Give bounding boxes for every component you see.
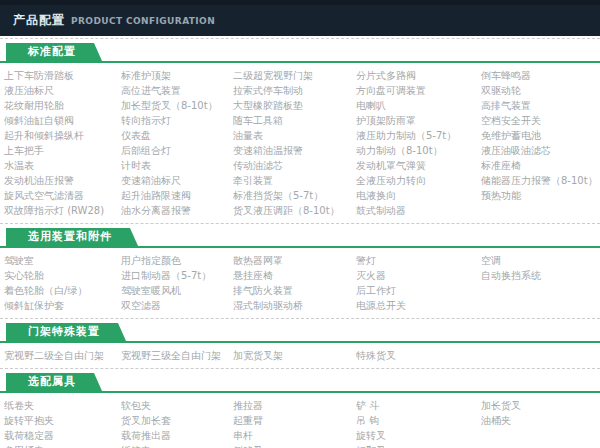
config-item: 湿式制动驱动桥 xyxy=(233,298,356,313)
page-title-zh: 产品配置 xyxy=(13,12,65,29)
section-tabbar-attachments: 选配属具 xyxy=(0,373,600,393)
config-item: 油桶夹 xyxy=(481,413,600,428)
config-item: 灭火器 xyxy=(356,268,481,283)
config-item: 变速箱油温报警 xyxy=(233,143,356,158)
config-item: 推拉器 xyxy=(233,398,356,413)
config-item: 起升和倾斜操纵杆 xyxy=(4,128,121,143)
config-item: 高位进气装置 xyxy=(121,83,233,98)
config-item: 免维护蓄电池 xyxy=(481,128,600,143)
config-item: 旋风式空气滤清器 xyxy=(4,188,121,203)
config-item: 侧移叉 xyxy=(233,443,356,448)
config-item: 倾斜缸保护套 xyxy=(4,298,121,313)
section-tab-attachments[interactable]: 选配属具 xyxy=(6,373,102,391)
config-item: 自动换挡系统 xyxy=(481,268,600,283)
section-items-standard: 上下车防滑踏板标准护顶架二级超宽视野门架分片式多路阀倒车蜂鸣器液压油标尺高位进气… xyxy=(0,63,600,220)
config-item: 电喇叭 xyxy=(356,98,481,113)
config-item: 铲 斗 xyxy=(356,398,481,413)
config-item: 旋转平抱夹 xyxy=(4,413,121,428)
config-item: 宽视野三级全自由门架 xyxy=(121,348,233,363)
config-item: 纸箱夹 xyxy=(121,443,233,448)
page-title-en: PRODUCT CONFIGURATION xyxy=(71,16,215,26)
config-item: 花纹耐用轮胎 xyxy=(4,98,121,113)
section-tab-standard[interactable]: 标准配置 xyxy=(6,43,102,61)
config-item: 预热功能 xyxy=(481,188,600,203)
config-item: 大型橡胶踏板垫 xyxy=(233,98,356,113)
config-item: 后部组合灯 xyxy=(121,143,233,158)
config-item: 牵引装置 xyxy=(233,173,356,188)
config-item: 二级超宽视野门架 xyxy=(233,68,356,83)
config-item: 加宽货叉架 xyxy=(233,348,356,363)
config-item: 加长货叉 xyxy=(481,398,600,413)
config-sections: 标准配置上下车防滑踏板标准护顶架二级超宽视野门架分片式多路阀倒车蜂鸣器液压油标尺… xyxy=(0,38,600,448)
config-item: 多用桶夹 xyxy=(4,443,121,448)
config-item: 变速箱油标尺 xyxy=(121,173,233,188)
section-tab-mast-special[interactable]: 门架特殊装置 xyxy=(6,323,126,341)
dashed-divider xyxy=(0,223,600,224)
config-item: 旋转叉 xyxy=(356,428,481,443)
config-item xyxy=(481,443,600,448)
section-tabbar-optional-devices: 选用装置和附件 xyxy=(0,228,600,248)
config-item: 排气防火装置 xyxy=(233,283,356,298)
dashed-divider xyxy=(0,38,600,39)
config-item: 储能器压力报警（8-10t） xyxy=(481,173,600,188)
config-item: 液压油标尺 xyxy=(4,83,121,98)
config-item: 液压助力制动（5-7t） xyxy=(356,128,481,143)
config-item xyxy=(481,298,600,313)
section-items-attachments: 纸卷夹软包夹推拉器铲 斗加长货叉旋转平抱夹货叉加长套起重臂吊 钩油桶夹载荷稳定器… xyxy=(0,393,600,448)
config-item: 驾驶室暖风机 xyxy=(121,283,233,298)
config-item: 油量表 xyxy=(233,128,356,143)
config-item: 起升油路限速阀 xyxy=(121,188,233,203)
config-item: 上下车防滑踏板 xyxy=(4,68,121,83)
page-header: 产品配置 PRODUCT CONFIGURATION xyxy=(0,5,600,36)
config-item: 上车把手 xyxy=(4,143,121,158)
section-tabbar-standard: 标准配置 xyxy=(0,43,600,63)
dashed-divider xyxy=(0,368,600,369)
config-item: 标准座椅 xyxy=(481,158,600,173)
config-item: 载荷稳定器 xyxy=(4,428,121,443)
config-item: 油水分离器报警 xyxy=(121,203,233,218)
config-item: 高排气装置 xyxy=(481,98,600,113)
section-tab-optional-devices[interactable]: 选用装置和附件 xyxy=(6,228,138,246)
config-item: 分片式多路阀 xyxy=(356,68,481,83)
config-item: 载荷推出器 xyxy=(121,428,233,443)
section-items-mast-special: 宽视野二级全自由门架宽视野三级全自由门架加宽货叉架特殊货叉 xyxy=(0,343,600,365)
dashed-divider xyxy=(0,318,600,319)
config-item: 电液换向 xyxy=(356,188,481,203)
config-item: 计时表 xyxy=(121,158,233,173)
config-item: 双故障指示灯 (RW28) xyxy=(4,203,121,218)
config-item: 着色轮胎（白/绿） xyxy=(4,283,121,298)
config-item xyxy=(481,203,600,218)
config-item: 货叉液压调距（8-10t） xyxy=(233,203,356,218)
config-item: 散热器网罩 xyxy=(233,253,356,268)
config-item: 标准护顶架 xyxy=(121,68,233,83)
config-item: 护顶架防雨罩 xyxy=(356,113,481,128)
config-item: 电源总开关 xyxy=(356,298,481,313)
config-item: 鼓式制动器 xyxy=(356,203,481,218)
config-item: 倾斜油缸自锁阀 xyxy=(4,113,121,128)
config-item: 动力制动（8-10t） xyxy=(356,143,481,158)
config-item: 吊 钩 xyxy=(356,413,481,428)
config-item: 发动机罩气弹簧 xyxy=(356,158,481,173)
config-item: 起重臂 xyxy=(233,413,356,428)
config-item: 全液压动力转向 xyxy=(356,173,481,188)
config-item: 纸卷夹 xyxy=(4,398,121,413)
config-item: 拉索式停车制动 xyxy=(233,83,356,98)
config-item: 串杆 xyxy=(233,428,356,443)
config-item: 后工作灯 xyxy=(356,283,481,298)
config-item: 软包夹 xyxy=(121,398,233,413)
config-item: 倒车蜂鸣器 xyxy=(481,68,600,83)
config-item: 发动机油压报警 xyxy=(4,173,121,188)
config-item: 进口制动器（5-7t） xyxy=(121,268,233,283)
config-item: 空档安全开关 xyxy=(481,113,600,128)
config-item: 特殊货叉 xyxy=(356,348,481,363)
config-item: 货叉加长套 xyxy=(121,413,233,428)
section-tabbar-mast-special: 门架特殊装置 xyxy=(0,323,600,343)
config-item: 液压油吸油滤芯 xyxy=(481,143,600,158)
config-item: 宽视野二级全自由门架 xyxy=(4,348,121,363)
config-item xyxy=(481,428,600,443)
config-item: 转向指示灯 xyxy=(121,113,233,128)
config-item: 实心轮胎 xyxy=(4,268,121,283)
config-item: 标准挡货架（5-7t） xyxy=(233,188,356,203)
config-item: 用户指定颜色 xyxy=(121,253,233,268)
config-item: 警灯 xyxy=(356,253,481,268)
